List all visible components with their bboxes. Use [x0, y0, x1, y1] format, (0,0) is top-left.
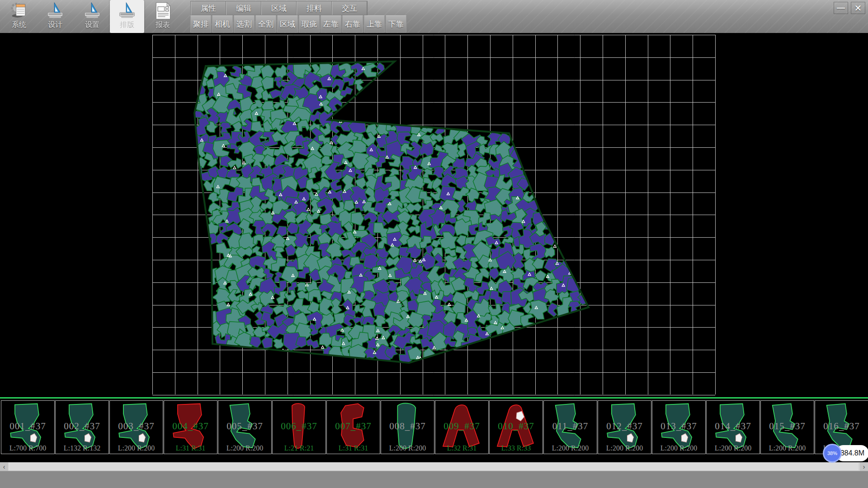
nesting-ruler-icon — [117, 1, 137, 21]
piece-lr-label: L:700 R:700 — [1, 444, 54, 452]
report-document-icon — [153, 1, 173, 21]
piece-thumbnail[interactable]: 009_#37 L:32 R:31 — [435, 400, 489, 454]
piece-lr-label: L:31 R:31 — [164, 444, 217, 452]
close-button[interactable]: ✕ — [851, 2, 865, 14]
horizontal-scrollbar[interactable]: ‹ › — [0, 462, 868, 471]
settings-ruler-icon — [82, 1, 102, 21]
settings-button[interactable]: 设置 — [75, 0, 109, 33]
piece-thumbnail[interactable]: 007_#37 L:31 R:31 — [326, 400, 380, 454]
main-toolbar: 系统 设计 设置 — [0, 0, 868, 33]
piece-lr-label: L:200 R:200 — [707, 444, 760, 452]
piece-lr-label: L:200 R:200 — [598, 444, 651, 452]
menu-nesting[interactable]: 排料 — [297, 1, 332, 15]
minimize-button[interactable]: — — [834, 2, 848, 14]
status-bar — [0, 471, 868, 488]
scroll-right-arrow-icon[interactable]: › — [860, 462, 868, 471]
window-controls: — ✕ — [834, 2, 865, 14]
scroll-left-arrow-icon[interactable]: ‹ — [0, 462, 8, 471]
piece-name: 004_#37 — [164, 421, 217, 432]
system-button[interactable]: 系统 — [2, 0, 36, 33]
piece-lr-label: L:200 R:200 — [544, 444, 597, 452]
system-gear-icon — [9, 1, 29, 21]
piece-thumbnail[interactable]: 005_#37 L:200 R:200 — [218, 400, 272, 454]
menu-bar: 属性 编辑 区域 排料 交互 — [190, 1, 368, 15]
piece-lr-label: L:132 R:132 — [56, 444, 108, 452]
piece-lr-label: L:32 R:31 — [435, 444, 488, 452]
menu-properties[interactable]: 属性 — [191, 1, 226, 15]
ribbon-align-left-button[interactable]: 左靠 — [321, 15, 341, 33]
thumbnail-row: 001_#37 L:700 R:700 002_#37 L:132 R:132 … — [1, 400, 868, 454]
piece-name: 006_#37 — [273, 421, 326, 432]
piece-thumbnail[interactable]: 001_#37 L:700 R:700 — [1, 400, 55, 454]
piece-name: 009_#37 — [435, 421, 488, 432]
application-window: { "window": { "minimize_label": "—", "cl… — [0, 0, 868, 488]
nesting-work-area[interactable] — [0, 33, 868, 397]
piece-name: 005_#37 — [218, 421, 271, 432]
ribbon-align-bottom-button[interactable]: 下靠 — [386, 15, 406, 33]
piece-thumbnail[interactable]: 013_#37 L:200 R:200 — [652, 400, 706, 454]
piece-thumbnail[interactable]: 011_#37 L:200 R:200 — [543, 400, 597, 454]
ribbon-region-button[interactable]: 区域 — [277, 15, 298, 33]
ribbon-align-top-button[interactable]: 上靠 — [364, 15, 385, 33]
piece-lr-label: L:200 R:200 — [381, 444, 434, 452]
piece-thumbnail[interactable]: 006_#37 L:21 R:21 — [272, 400, 326, 454]
piece-thumbnail[interactable]: 015_#37 L:200 R:200 — [760, 400, 814, 454]
ribbon-camera-button[interactable]: 相机 — [212, 15, 233, 33]
ribbon-cluster-nest-button[interactable]: 聚排 — [190, 15, 211, 33]
piece-thumbnail[interactable]: 010_#37 L:33 R:33 — [489, 400, 543, 454]
piece-lr-label: L:200 R:200 — [652, 444, 705, 452]
piece-thumbnail[interactable]: 008_#37 L:200 R:200 — [381, 400, 434, 454]
piece-thumbnail[interactable]: 002_#37 L:132 R:132 — [55, 400, 109, 454]
piece-name: 012_#37 — [598, 421, 651, 432]
report-label: 报表 — [156, 21, 170, 29]
piece-lr-label: L:31 R:31 — [327, 444, 380, 452]
piece-lr-label: L:33 R:33 — [490, 444, 542, 452]
piece-name: 002_#37 — [56, 421, 108, 432]
piece-name: 010_#37 — [490, 421, 542, 432]
piece-name: 003_#37 — [110, 421, 163, 432]
piece-lr-label: L:21 R:21 — [273, 444, 326, 452]
menu-region[interactable]: 区域 — [261, 1, 297, 15]
piece-lr-label: L:200 R:200 — [110, 444, 163, 452]
piece-lr-label: L:200 R:200 — [218, 444, 271, 452]
ribbon-cut-all-button[interactable]: 全割 — [255, 15, 276, 33]
scrollbar-thumb[interactable] — [9, 463, 859, 470]
design-button[interactable]: 设计 — [38, 0, 72, 33]
piece-name: 013_#37 — [652, 421, 705, 432]
piece-name: 011_#37 — [544, 421, 597, 432]
ribbon-toolbar: 聚排 相机 选割 全割 区域 瑕疵 左靠 右靠 上靠 下靠 — [190, 15, 407, 33]
piece-thumbnail[interactable]: 014_#37 L:200 R:200 — [706, 400, 760, 454]
nesting-button-active[interactable]: 排版 — [110, 0, 144, 33]
nesting-label: 排版 — [120, 21, 134, 29]
piece-name: 001_#37 — [1, 421, 54, 432]
progress-percent-badge: 38% — [823, 444, 842, 463]
piece-thumbnail[interactable]: 012_#37 L:200 R:200 — [598, 400, 651, 454]
piece-name: 015_#37 — [761, 421, 814, 432]
report-button[interactable]: 报表 — [146, 0, 180, 33]
piece-thumbnail[interactable]: 003_#37 L:200 R:200 — [109, 400, 163, 454]
piece-name: 014_#37 — [707, 421, 760, 432]
ribbon-select-cut-button[interactable]: 选割 — [234, 15, 255, 33]
menu-interaction[interactable]: 交互 — [332, 1, 367, 15]
settings-label: 设置 — [85, 21, 99, 29]
piece-name: 008_#37 — [381, 421, 434, 432]
design-label: 设计 — [48, 21, 62, 29]
ribbon-defect-button[interactable]: 瑕疵 — [299, 15, 320, 33]
system-label: 系统 — [12, 21, 26, 29]
piece-lr-label: L:200 R:200 — [761, 444, 814, 452]
ribbon-align-right-button[interactable]: 右靠 — [342, 15, 363, 33]
design-ruler-icon — [45, 1, 65, 21]
piece-thumbnail-strip: 001_#37 L:700 R:700 002_#37 L:132 R:132 … — [0, 397, 868, 462]
piece-name: 016_#37 — [815, 421, 868, 432]
menu-edit[interactable]: 编辑 — [226, 1, 261, 15]
piece-name: 007_#37 — [327, 421, 380, 432]
piece-thumbnail[interactable]: 004_#37 L:31 R:31 — [164, 400, 217, 454]
